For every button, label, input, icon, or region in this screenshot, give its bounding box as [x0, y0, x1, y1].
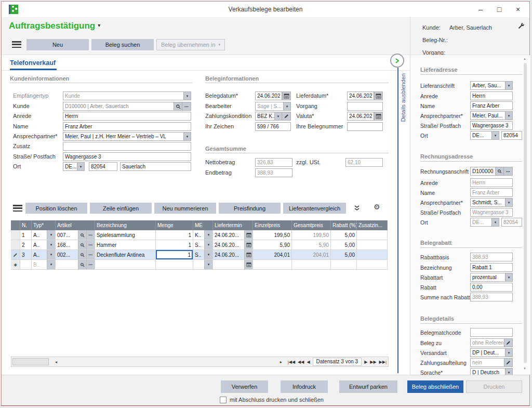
wrench-icon[interactable] — [517, 22, 525, 30]
lieferdatum-input[interactable] — [347, 91, 374, 100]
liefertermin-cell[interactable]: 24.06.20... — [213, 230, 253, 240]
me-cell[interactable]: ▾ — [193, 260, 213, 270]
table-row[interactable]: 1 A..▾ 007...••• Spielesammlung 1 K..▾ 2… — [11, 230, 389, 240]
table-scrollbar[interactable]: ◂ ▸ |◀◀ ◀◀ ◀ Datensatz 3 von 3 ▶ ▶▶ ▶▶| — [11, 357, 389, 367]
zusatz-cell[interactable] — [357, 240, 388, 250]
anrede-input[interactable] — [63, 112, 191, 121]
chevron-down-icon[interactable]: ▾ — [274, 112, 282, 121]
col-n[interactable]: N. — [20, 220, 32, 230]
zusatz-cell[interactable] — [357, 230, 388, 240]
chevron-down-icon[interactable]: ▾ — [47, 230, 55, 240]
scrollbar-thumb[interactable] — [12, 358, 49, 365]
kunde-field[interactable]: D100000 | Arber, Sauerlach ••• — [63, 102, 191, 111]
rabatt-cell[interactable]: 5,00 — [331, 230, 357, 240]
chevron-down-icon[interactable]: ▾ — [183, 132, 191, 141]
chevron-down-icon[interactable]: ▾ — [491, 131, 499, 140]
col-liefertermin[interactable]: Liefertermin — [213, 220, 253, 230]
menge-cell[interactable]: 1 — [156, 230, 193, 240]
search-icon[interactable] — [78, 230, 86, 240]
menge-cell[interactable]: 1 — [156, 240, 193, 250]
close-icon[interactable]: × — [509, 2, 527, 17]
chevron-down-icon[interactable]: ▾ — [505, 348, 513, 357]
nav-next-icon[interactable]: ▶ — [364, 360, 367, 364]
plz-input[interactable] — [89, 162, 117, 171]
calendar-icon[interactable] — [244, 230, 252, 240]
chevron-down-icon[interactable]: ▾ — [47, 240, 55, 249]
zahlungsaufteilung-field[interactable]: nein — [470, 358, 513, 367]
rabatt-bezeichnung-input[interactable] — [470, 263, 513, 272]
typ-cell[interactable]: A..▾ — [32, 230, 56, 240]
liefertermin-cell[interactable] — [213, 260, 253, 270]
tab-telefonverkauf[interactable]: Telefonverkauf — [10, 59, 56, 67]
table-row-selected[interactable]: 3 A..▾ 002...••• Deckenfluter Antinea S.… — [11, 250, 389, 260]
scroll-left-icon[interactable]: ◂ — [55, 360, 57, 364]
row-marker[interactable] — [11, 230, 20, 240]
liefer-name-input[interactable] — [470, 101, 513, 110]
more-options-icon[interactable]: ••• — [504, 167, 513, 176]
col-gesamtpreis[interactable]: Gesamtpreis — [292, 220, 331, 230]
land-select[interactable]: DE... ▾ — [63, 162, 85, 171]
einzelpreis-cell[interactable]: 204,01 — [253, 250, 292, 260]
col-typ[interactable]: Typ* — [32, 220, 56, 230]
strasse-input[interactable] — [63, 152, 191, 161]
print-on-close-checkbox[interactable] — [220, 397, 227, 403]
lieferantenvergleich-button[interactable]: Lieferantenvergleich — [283, 203, 346, 214]
belegdatum-input[interactable] — [255, 91, 282, 100]
nav-prev-icon[interactable]: ◀ — [307, 360, 310, 364]
valuta-calendar-button[interactable] — [374, 112, 383, 121]
bezeichnung-cell[interactable]: Spielesammlung — [95, 230, 156, 240]
versandart-select[interactable]: DP | Deut...▾ — [470, 348, 513, 357]
nav-prev-fast-icon[interactable]: ◀◀ — [298, 360, 304, 364]
search-icon[interactable] — [174, 102, 182, 111]
col-me[interactable]: ME — [193, 220, 213, 230]
more-options-icon[interactable]: ••• — [86, 260, 95, 269]
chevron-down-icon[interactable]: ▾ — [204, 230, 212, 240]
beleg-abschliessen-button[interactable]: Beleg abschließen — [407, 380, 463, 393]
chevron-down-icon[interactable]: ▾ — [505, 273, 513, 282]
artikel-cell[interactable]: ••• — [56, 260, 95, 270]
verwerfen-button[interactable]: Verwerfen — [221, 380, 268, 393]
rabatt-cell[interactable]: 5,00 — [331, 240, 357, 250]
me-cell[interactable]: S..▾ — [193, 240, 213, 250]
search-icon[interactable] — [78, 260, 86, 269]
col-bezeichnung[interactable]: Bezeichnung — [95, 220, 156, 230]
gear-icon[interactable]: ⚙ — [374, 203, 380, 211]
menge-active-input[interactable] — [156, 250, 193, 259]
menu-hamburger-icon[interactable] — [12, 41, 21, 48]
chevron-down-icon[interactable]: ▾ — [505, 81, 513, 90]
liefer-plz-input[interactable] — [501, 131, 522, 140]
search-icon[interactable] — [495, 167, 504, 176]
liefer-anrede-input[interactable] — [470, 91, 513, 100]
chevron-down-icon[interactable]: ▾ — [204, 240, 212, 249]
maximize-icon[interactable]: □ — [490, 2, 509, 17]
more-options-icon[interactable]: ••• — [86, 230, 95, 240]
typ-cell[interactable]: B..▾ — [32, 260, 56, 270]
liefer-ansprechpartner-select[interactable]: Meier, Paul...▾ — [470, 111, 513, 120]
bezeichnung-cell[interactable]: Deckenfluter Antinea — [95, 250, 156, 260]
belegdatum-calendar-button[interactable] — [282, 91, 291, 100]
rechnungsanschrift-field[interactable]: D100000 ••• — [470, 167, 513, 176]
beleg-zu-field[interactable]: ohne Referen — [470, 338, 513, 347]
ihr-zeichen-input[interactable] — [255, 122, 291, 131]
zusatz-cell[interactable] — [357, 250, 388, 260]
positions-menu-hamburger-icon[interactable] — [13, 205, 22, 212]
zahlungskondition-select[interactable]: BEZ K... ▾ — [255, 112, 291, 121]
typ-cell[interactable]: A..▾ — [32, 250, 56, 260]
scroll-right-icon[interactable]: ▸ — [280, 360, 282, 364]
artikel-cell[interactable]: 007...••• — [56, 230, 95, 240]
table-row[interactable]: 2 A..▾ 168...••• Hammer 1 S..▾ 24.06.20.… — [11, 240, 389, 250]
lieferdatum-calendar-button[interactable] — [374, 91, 383, 100]
me-cell[interactable]: S..▾ — [193, 250, 213, 260]
liefer-land-select[interactable]: DE...▾ — [470, 131, 499, 140]
ihre-belegnummer-input[interactable] — [347, 122, 383, 131]
calendar-icon[interactable] — [244, 240, 252, 249]
chevron-down-icon[interactable]: ▾ — [77, 162, 85, 171]
stadt-input[interactable] — [120, 162, 191, 171]
position-loeschen-button[interactable]: Position löschen — [25, 203, 87, 214]
chevron-down-icon[interactable]: ▾ — [204, 260, 212, 269]
document-type-selector[interactable]: Auftragsbestätigung▾ — [9, 21, 100, 31]
search-icon[interactable] — [78, 250, 86, 259]
liefertermin-cell[interactable]: 24.06.20... — [213, 240, 253, 250]
valuta-input[interactable] — [347, 112, 374, 121]
edit-pencil-icon[interactable] — [504, 338, 513, 347]
